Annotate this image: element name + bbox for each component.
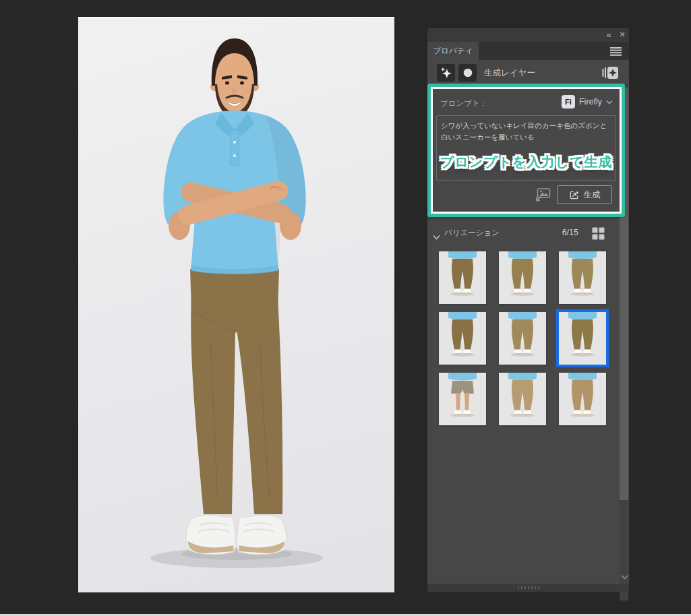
annotation-callout-box: プロンプト : Fi Firefly シワが入っていないキレイ目のカーキ色のズボ…	[427, 84, 625, 217]
photoshop-workspace: « ✕ プロパティ	[0, 0, 691, 616]
variation-thumbnail-5[interactable]	[499, 312, 546, 365]
variation-thumbnail-1[interactable]	[439, 251, 486, 304]
resize-grip-icon	[518, 586, 539, 589]
layer-row: 生成レイヤー	[427, 63, 629, 83]
variations-counter: 6/15	[541, 228, 578, 237]
variation-thumbnail-3[interactable]	[559, 251, 606, 304]
variation-thumbnail-4[interactable]	[439, 312, 486, 365]
grid-view-icon[interactable]	[592, 227, 605, 240]
photo-subject-man	[78, 18, 394, 593]
properties-panel: « ✕ プロパティ	[427, 28, 629, 592]
close-panel-icon[interactable]: ✕	[616, 28, 628, 42]
variations-label: バリエーション	[444, 228, 500, 238]
chevron-down-icon	[606, 100, 613, 104]
variation-thumbnail-9[interactable]	[559, 373, 606, 425]
variation-thumbnail-2[interactable]	[499, 251, 546, 304]
variation-thumbnail-8[interactable]	[499, 373, 546, 425]
variations-collapse-icon[interactable]	[433, 230, 440, 236]
variation-thumbnail-7[interactable]	[439, 373, 486, 425]
panel-tab-row: プロパティ	[427, 42, 629, 60]
scroll-down-icon[interactable]	[620, 555, 628, 582]
firefly-badge-icon: Fi	[562, 95, 575, 109]
panel-menu-icon[interactable]	[610, 47, 622, 55]
model-name: Firefly	[579, 97, 602, 106]
generative-badge-icon[interactable]	[601, 65, 619, 80]
generate-button[interactable]: 生成	[557, 185, 612, 204]
document-canvas[interactable]	[78, 17, 394, 592]
annotation-callout-text: プロンプトを入力して生成	[431, 153, 622, 171]
panel-content: 生成レイヤー プロンプト : Fi Firefly	[427, 60, 629, 584]
variation-thumbnail-6[interactable]	[559, 312, 606, 365]
tab-properties[interactable]: プロパティ	[427, 42, 479, 60]
reference-image-icon[interactable]	[535, 188, 551, 202]
generative-layer-icon[interactable]	[437, 64, 455, 82]
panel-topbar: « ✕	[427, 28, 629, 42]
model-dropdown[interactable]: Fi Firefly	[562, 94, 613, 109]
variations-header: バリエーション 6/15	[427, 226, 629, 242]
panel-resize-handle[interactable]	[427, 584, 629, 592]
prompt-label: プロンプト :	[440, 98, 484, 109]
layer-mask-icon[interactable]	[458, 64, 477, 82]
generate-button-label: 生成	[584, 189, 601, 201]
generate-icon	[569, 190, 579, 200]
layer-title: 生成レイヤー	[484, 64, 535, 82]
